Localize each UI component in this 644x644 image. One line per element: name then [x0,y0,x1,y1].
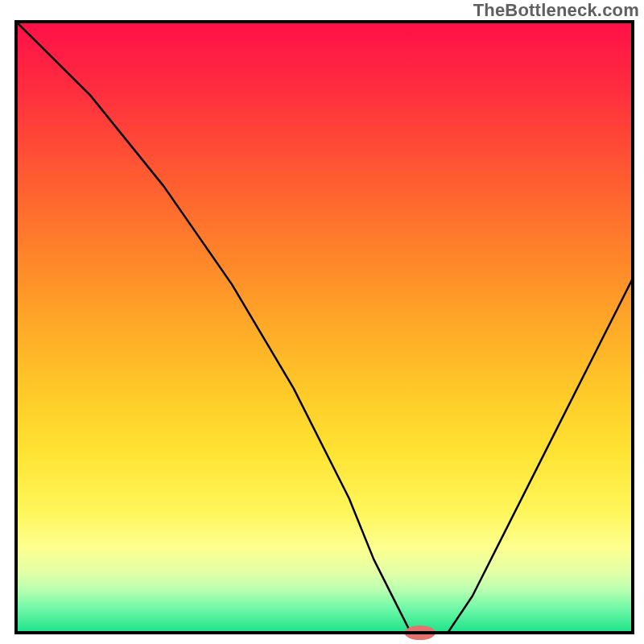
bottleneck-chart [0,0,644,644]
plot-background [16,22,633,633]
chart-container: TheBottleneck.com [0,0,644,644]
watermark-text: TheBottleneck.com [473,0,639,21]
